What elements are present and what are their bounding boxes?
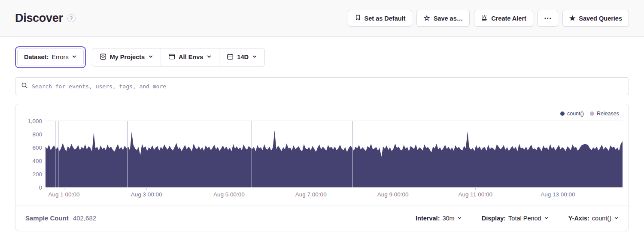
legend-dot: [560, 111, 565, 116]
release-line[interactable]: [251, 121, 252, 187]
yaxis-dropdown[interactable]: Y-Axis: count(): [568, 215, 619, 222]
x-axis-tick: [229, 188, 229, 190]
chevron-down-icon: [614, 215, 619, 222]
x-axis-label: Aug 9 00:00: [377, 191, 409, 198]
filter-row: Dataset: Errors My Projects: [15, 46, 629, 68]
chevron-down-icon: [207, 54, 212, 60]
chevron-down-icon: [72, 54, 77, 60]
page-header: Discover ? Set as Default ☆ Save as… Cre…: [0, 0, 644, 37]
sample-count-value: 402,682: [73, 214, 96, 222]
x-axis-label: Aug 5 00:00: [213, 191, 245, 198]
y-axis: 02004006008001,000: [21, 121, 46, 187]
header-actions: Set as Default ☆ Save as… Create Alert ⋯…: [348, 10, 629, 27]
y-axis-label: 0: [39, 184, 42, 191]
chevron-down-icon: [252, 54, 257, 60]
chevron-down-icon: [457, 215, 462, 222]
ellipsis-icon: ⋯: [544, 14, 552, 23]
dataset-highlight-outline: Dataset: Errors: [15, 46, 86, 68]
x-axis-tick: [558, 188, 558, 190]
window-icon: [168, 53, 175, 61]
dataset-dropdown[interactable]: Dataset: Errors: [17, 48, 84, 66]
set-as-default-button[interactable]: Set as Default: [348, 10, 413, 27]
x-axis-tick: [146, 188, 147, 190]
interval-dropdown[interactable]: Interval: 30m: [416, 215, 462, 222]
page-title: Discover: [15, 12, 63, 25]
search-bar: [15, 77, 629, 95]
y-axis-label: 1,000: [27, 118, 42, 124]
chevron-down-icon: [148, 54, 153, 60]
legend-item-count[interactable]: count(): [560, 110, 584, 117]
release-line[interactable]: [58, 121, 59, 187]
sample-count: Sample Count 402,682: [25, 214, 96, 222]
y-axis-label: 200: [32, 171, 42, 178]
x-axis-label: Aug 11 00:00: [459, 191, 492, 198]
x-axis: Aug 1 00:00Aug 3 00:00Aug 5 00:00Aug 7 0…: [46, 188, 623, 199]
y-axis-label: 800: [32, 131, 42, 138]
display-dropdown[interactable]: Display: Total Period: [482, 215, 549, 222]
calendar-icon: [227, 53, 234, 61]
chart-card: count()Releases 02004006008001,000 Aug 1…: [15, 104, 629, 231]
bookmark-icon: [355, 14, 361, 22]
chevron-down-icon: [544, 215, 549, 222]
x-axis-label: Aug 7 00:00: [295, 191, 327, 198]
chart-legend: count()Releases: [21, 110, 623, 117]
x-axis-tick: [393, 188, 393, 190]
y-axis-label: 400: [32, 158, 42, 164]
x-axis-tick: [475, 188, 476, 190]
star-outline-icon: ☆: [423, 15, 430, 22]
projects-dropdown[interactable]: My Projects: [92, 48, 161, 66]
saved-queries-button[interactable]: ★ Saved Queries: [562, 10, 629, 27]
chart-footer: Sample Count 402,682 Interval: 30m Displ…: [15, 205, 629, 231]
x-axis-label: Aug 1 00:00: [49, 191, 80, 198]
x-axis-label: Aug 3 00:00: [131, 191, 162, 198]
legend-item-releases[interactable]: Releases: [590, 110, 619, 117]
y-axis-label: 600: [32, 145, 42, 151]
siren-icon: [481, 14, 488, 22]
help-icon[interactable]: ?: [67, 14, 76, 22]
create-alert-button[interactable]: Create Alert: [474, 10, 533, 27]
release-line[interactable]: [352, 121, 353, 187]
x-axis-label: Aug 13 00:00: [541, 191, 575, 198]
save-as-button[interactable]: ☆ Save as…: [416, 10, 470, 27]
search-input[interactable]: [32, 83, 623, 90]
legend-dot: [590, 111, 594, 116]
project-icon: [100, 53, 106, 61]
x-axis-tick: [64, 188, 64, 190]
x-axis-tick: [311, 188, 311, 190]
environment-dropdown[interactable]: All Envs: [161, 48, 219, 66]
page-filter-group: My Projects All Envs: [92, 48, 265, 66]
more-options-button[interactable]: ⋯: [538, 10, 558, 27]
date-range-dropdown[interactable]: 14D: [219, 48, 264, 66]
plot-area[interactable]: [46, 121, 623, 187]
release-line[interactable]: [55, 121, 56, 187]
count-area-series: [46, 121, 623, 187]
search-icon: [21, 82, 28, 90]
release-line[interactable]: [127, 121, 128, 187]
star-filled-icon: ★: [569, 15, 575, 22]
